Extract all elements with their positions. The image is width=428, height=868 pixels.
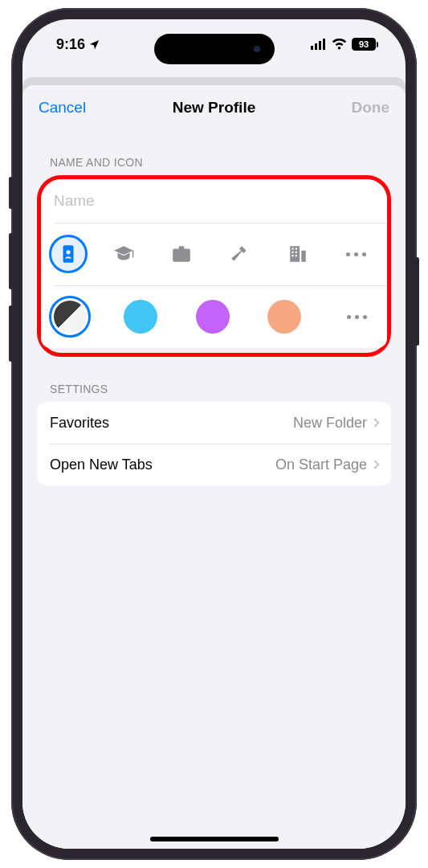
swatch-orange: [267, 300, 301, 334]
sheet-content: NAME AND ICON: [22, 130, 406, 849]
svg-rect-9: [292, 252, 294, 253]
swatch-cyan: [124, 300, 157, 334]
phone-frame: 9:16 93: [11, 8, 417, 860]
profile-name-input[interactable]: [54, 179, 374, 223]
page-title: New Profile: [173, 99, 255, 117]
settings-group: Favorites New Folder Open New Tabs On St…: [37, 402, 391, 485]
name-row[interactable]: [41, 179, 387, 223]
screen: 9:16 93: [22, 19, 406, 849]
svg-rect-2: [319, 41, 321, 50]
color-option-cyan[interactable]: [118, 294, 163, 339]
icon-option-briefcase[interactable]: [159, 231, 204, 276]
more-icons-button[interactable]: [334, 231, 379, 276]
hammer-icon: [230, 244, 251, 264]
color-option-bw[interactable]: [49, 296, 91, 338]
dynamic-island: [154, 34, 275, 64]
more-colors-button[interactable]: [334, 294, 379, 339]
icon-option-graduation[interactable]: [101, 231, 146, 276]
svg-rect-12: [296, 255, 297, 256]
swatch-bw: [54, 301, 86, 333]
favorites-value-wrap: New Folder: [293, 415, 378, 432]
section-label-name-icon: NAME AND ICON: [37, 130, 391, 175]
chevron-right-icon: [370, 460, 379, 469]
icon-picker-row: [41, 223, 387, 285]
icon-option-id-card[interactable]: [49, 235, 88, 273]
swatch-purple: [196, 300, 230, 334]
modal-sheet: Cancel New Profile Done NAME AND ICON: [22, 85, 406, 849]
favorites-value: New Folder: [293, 415, 367, 432]
location-icon: [88, 39, 100, 51]
svg-point-5: [66, 250, 70, 254]
svg-rect-3: [323, 39, 325, 50]
svg-rect-11: [292, 255, 294, 256]
status-time: 9:16: [56, 36, 85, 53]
building-icon: [287, 244, 308, 264]
icon-option-building[interactable]: [275, 231, 320, 276]
ellipsis-icon: [347, 315, 367, 319]
name-icon-group: [41, 179, 387, 348]
id-card-icon: [58, 244, 79, 264]
battery-level: 93: [352, 38, 376, 51]
favorites-label: Favorites: [50, 415, 109, 432]
volume-up: [9, 233, 13, 289]
mute-switch: [9, 177, 13, 209]
chevron-right-icon: [370, 418, 379, 427]
svg-rect-0: [311, 46, 313, 50]
svg-rect-7: [292, 248, 294, 249]
ellipsis-icon: [346, 252, 366, 256]
color-option-orange[interactable]: [262, 294, 307, 339]
home-indicator[interactable]: [150, 837, 279, 841]
wifi-icon: [332, 39, 347, 50]
open-new-tabs-label: Open New Tabs: [50, 457, 153, 473]
color-option-purple[interactable]: [190, 294, 235, 339]
svg-rect-6: [132, 251, 133, 258]
status-right: 93: [311, 38, 378, 51]
annotation-highlight: [37, 175, 391, 357]
battery-indicator: 93: [352, 38, 378, 51]
svg-rect-8: [296, 248, 297, 249]
icon-option-hammer[interactable]: [218, 231, 263, 276]
section-label-settings: SETTINGS: [37, 357, 391, 402]
color-picker-row: [41, 285, 387, 348]
open-new-tabs-value-wrap: On Start Page: [275, 457, 378, 473]
cancel-button[interactable]: Cancel: [39, 99, 86, 117]
cellular-icon: [311, 39, 327, 50]
sheet-header: Cancel New Profile Done: [22, 85, 406, 130]
open-new-tabs-value: On Start Page: [275, 457, 367, 473]
svg-rect-1: [315, 43, 317, 50]
svg-rect-10: [296, 252, 297, 253]
power-button: [415, 257, 419, 346]
status-left: 9:16: [56, 36, 100, 53]
volume-down: [9, 305, 13, 362]
graduation-cap-icon: [113, 244, 134, 264]
done-button[interactable]: Done: [352, 99, 390, 117]
open-new-tabs-row[interactable]: Open New Tabs On Start Page: [37, 444, 391, 485]
favorites-row[interactable]: Favorites New Folder: [37, 402, 391, 444]
briefcase-icon: [171, 244, 192, 264]
